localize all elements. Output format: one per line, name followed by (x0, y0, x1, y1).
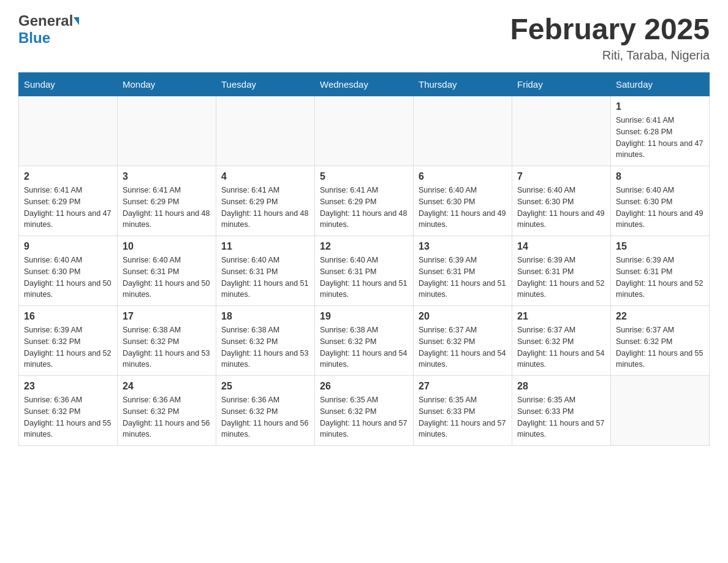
header: General Blue February 2025 Riti, Taraba,… (18, 12, 710, 63)
day-info: Sunrise: 6:40 AM Sunset: 6:30 PM Dayligh… (24, 255, 112, 301)
calendar-cell: 7Sunrise: 6:40 AM Sunset: 6:30 PM Daylig… (512, 166, 611, 236)
day-info: Sunrise: 6:38 AM Sunset: 6:32 PM Dayligh… (320, 324, 408, 370)
day-number: 4 (221, 171, 309, 182)
calendar-cell: 13Sunrise: 6:39 AM Sunset: 6:31 PM Dayli… (414, 236, 512, 306)
day-number: 1 (616, 101, 704, 112)
day-number: 18 (221, 311, 309, 322)
title-area: February 2025 Riti, Taraba, Nigeria (510, 12, 710, 63)
calendar-cell: 8Sunrise: 6:40 AM Sunset: 6:30 PM Daylig… (611, 166, 710, 236)
day-info: Sunrise: 6:40 AM Sunset: 6:30 PM Dayligh… (616, 185, 704, 231)
day-number: 23 (24, 381, 112, 392)
day-info: Sunrise: 6:36 AM Sunset: 6:32 PM Dayligh… (24, 394, 112, 440)
day-of-week-header: Monday (118, 73, 216, 96)
day-info: Sunrise: 6:35 AM Sunset: 6:33 PM Dayligh… (419, 394, 507, 440)
calendar-cell: 27Sunrise: 6:35 AM Sunset: 6:33 PM Dayli… (414, 376, 512, 446)
day-number: 2 (24, 171, 112, 182)
day-of-week-header: Wednesday (315, 73, 414, 96)
calendar-cell: 10Sunrise: 6:40 AM Sunset: 6:31 PM Dayli… (118, 236, 216, 306)
day-number: 17 (123, 311, 211, 322)
day-number: 5 (320, 171, 408, 182)
week-row: 1Sunrise: 6:41 AM Sunset: 6:28 PM Daylig… (19, 96, 710, 166)
day-info: Sunrise: 6:39 AM Sunset: 6:31 PM Dayligh… (419, 255, 507, 301)
day-info: Sunrise: 6:36 AM Sunset: 6:32 PM Dayligh… (123, 394, 211, 440)
calendar-cell (118, 96, 216, 166)
day-number: 25 (221, 381, 309, 392)
calendar-cell: 22Sunrise: 6:37 AM Sunset: 6:32 PM Dayli… (611, 306, 710, 376)
week-row: 9Sunrise: 6:40 AM Sunset: 6:30 PM Daylig… (19, 236, 710, 306)
calendar-cell: 5Sunrise: 6:41 AM Sunset: 6:29 PM Daylig… (315, 166, 414, 236)
day-info: Sunrise: 6:37 AM Sunset: 6:32 PM Dayligh… (517, 324, 605, 370)
logo: General Blue (18, 12, 79, 47)
day-number: 8 (616, 171, 704, 182)
day-info: Sunrise: 6:41 AM Sunset: 6:29 PM Dayligh… (123, 185, 211, 231)
day-info: Sunrise: 6:41 AM Sunset: 6:29 PM Dayligh… (24, 185, 112, 231)
day-info: Sunrise: 6:35 AM Sunset: 6:32 PM Dayligh… (320, 394, 408, 440)
day-number: 6 (419, 171, 507, 182)
day-info: Sunrise: 6:39 AM Sunset: 6:31 PM Dayligh… (517, 255, 605, 301)
calendar-title: February 2025 (510, 12, 710, 46)
calendar-cell: 1Sunrise: 6:41 AM Sunset: 6:28 PM Daylig… (611, 96, 710, 166)
day-number: 22 (616, 311, 704, 322)
day-info: Sunrise: 6:37 AM Sunset: 6:32 PM Dayligh… (616, 324, 704, 370)
calendar-cell: 26Sunrise: 6:35 AM Sunset: 6:32 PM Dayli… (315, 376, 414, 446)
logo-general-text: General (18, 12, 73, 29)
day-number: 16 (24, 311, 112, 322)
day-info: Sunrise: 6:39 AM Sunset: 6:32 PM Dayligh… (24, 324, 112, 370)
calendar-cell (512, 96, 611, 166)
calendar-table: SundayMondayTuesdayWednesdayThursdayFrid… (18, 72, 710, 446)
day-info: Sunrise: 6:40 AM Sunset: 6:30 PM Dayligh… (517, 185, 605, 231)
day-number: 3 (123, 171, 211, 182)
calendar-cell: 28Sunrise: 6:35 AM Sunset: 6:33 PM Dayli… (512, 376, 611, 446)
calendar-cell: 24Sunrise: 6:36 AM Sunset: 6:32 PM Dayli… (118, 376, 216, 446)
day-number: 15 (616, 241, 704, 252)
day-info: Sunrise: 6:40 AM Sunset: 6:31 PM Dayligh… (221, 255, 309, 301)
calendar-cell: 18Sunrise: 6:38 AM Sunset: 6:32 PM Dayli… (216, 306, 315, 376)
calendar-cell: 11Sunrise: 6:40 AM Sunset: 6:31 PM Dayli… (216, 236, 315, 306)
day-info: Sunrise: 6:39 AM Sunset: 6:31 PM Dayligh… (616, 255, 704, 301)
day-number: 21 (517, 311, 605, 322)
week-row: 2Sunrise: 6:41 AM Sunset: 6:29 PM Daylig… (19, 166, 710, 236)
day-number: 26 (320, 381, 408, 392)
calendar-cell (315, 96, 414, 166)
day-info: Sunrise: 6:40 AM Sunset: 6:31 PM Dayligh… (123, 255, 211, 301)
day-number: 28 (517, 381, 605, 392)
calendar-cell: 2Sunrise: 6:41 AM Sunset: 6:29 PM Daylig… (19, 166, 118, 236)
calendar-cell: 19Sunrise: 6:38 AM Sunset: 6:32 PM Dayli… (315, 306, 414, 376)
calendar-subtitle: Riti, Taraba, Nigeria (510, 48, 710, 63)
calendar-cell: 4Sunrise: 6:41 AM Sunset: 6:29 PM Daylig… (216, 166, 315, 236)
day-info: Sunrise: 6:38 AM Sunset: 6:32 PM Dayligh… (221, 324, 309, 370)
day-number: 9 (24, 241, 112, 252)
day-of-week-header: Sunday (19, 73, 118, 96)
day-number: 19 (320, 311, 408, 322)
calendar-cell: 14Sunrise: 6:39 AM Sunset: 6:31 PM Dayli… (512, 236, 611, 306)
day-number: 10 (123, 241, 211, 252)
week-row: 23Sunrise: 6:36 AM Sunset: 6:32 PM Dayli… (19, 376, 710, 446)
day-info: Sunrise: 6:35 AM Sunset: 6:33 PM Dayligh… (517, 394, 605, 440)
day-number: 7 (517, 171, 605, 182)
calendar-cell: 15Sunrise: 6:39 AM Sunset: 6:31 PM Dayli… (611, 236, 710, 306)
calendar-cell (216, 96, 315, 166)
calendar-cell (611, 376, 710, 446)
day-info: Sunrise: 6:41 AM Sunset: 6:29 PM Dayligh… (320, 185, 408, 231)
day-number: 24 (123, 381, 211, 392)
calendar-cell: 6Sunrise: 6:40 AM Sunset: 6:30 PM Daylig… (414, 166, 512, 236)
day-info: Sunrise: 6:38 AM Sunset: 6:32 PM Dayligh… (123, 324, 211, 370)
week-row: 16Sunrise: 6:39 AM Sunset: 6:32 PM Dayli… (19, 306, 710, 376)
calendar-cell: 9Sunrise: 6:40 AM Sunset: 6:30 PM Daylig… (19, 236, 118, 306)
day-info: Sunrise: 6:40 AM Sunset: 6:31 PM Dayligh… (320, 255, 408, 301)
day-of-week-header: Thursday (414, 73, 512, 96)
day-number: 11 (221, 241, 309, 252)
calendar-cell (19, 96, 118, 166)
calendar-cell: 16Sunrise: 6:39 AM Sunset: 6:32 PM Dayli… (19, 306, 118, 376)
day-number: 13 (419, 241, 507, 252)
calendar-cell: 17Sunrise: 6:38 AM Sunset: 6:32 PM Dayli… (118, 306, 216, 376)
day-number: 14 (517, 241, 605, 252)
day-info: Sunrise: 6:40 AM Sunset: 6:30 PM Dayligh… (419, 185, 507, 231)
day-of-week-header: Tuesday (216, 73, 315, 96)
calendar-cell: 23Sunrise: 6:36 AM Sunset: 6:32 PM Dayli… (19, 376, 118, 446)
day-info: Sunrise: 6:36 AM Sunset: 6:32 PM Dayligh… (221, 394, 309, 440)
day-info: Sunrise: 6:37 AM Sunset: 6:32 PM Dayligh… (419, 324, 507, 370)
day-of-week-header: Saturday (611, 73, 710, 96)
logo-chevron-icon (74, 17, 79, 25)
calendar-header-row: SundayMondayTuesdayWednesdayThursdayFrid… (19, 73, 710, 96)
